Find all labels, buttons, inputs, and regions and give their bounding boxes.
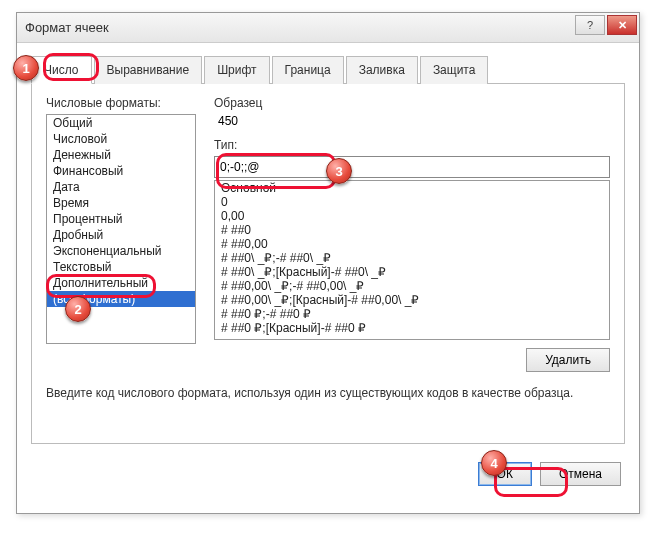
tabstrip: Число Выравнивание Шрифт Граница Заливка… (31, 55, 625, 84)
close-button[interactable]: ✕ (607, 15, 637, 35)
delete-button[interactable]: Удалить (526, 348, 610, 372)
dialog-content: Число Выравнивание Шрифт Граница Заливка… (17, 43, 639, 500)
window-title: Формат ячеек (25, 20, 109, 35)
sample-label: Образец (214, 96, 610, 110)
list-item[interactable]: Денежный (47, 147, 195, 163)
tab-body: Числовые форматы: Общий Числовой Денежны… (31, 84, 625, 444)
sample-group: Образец 450 (214, 96, 610, 128)
list-item[interactable]: Числовой (47, 131, 195, 147)
dialog-buttons: ОК Отмена (31, 462, 625, 486)
list-item[interactable]: Общий (47, 115, 195, 131)
type-option[interactable]: # ##0 (215, 223, 609, 237)
tab-alignment[interactable]: Выравнивание (94, 56, 203, 84)
list-item[interactable]: Время (47, 195, 195, 211)
type-option[interactable]: # ##0,00\ _₽;[Красный]-# ##0,00\ _₽ (215, 293, 609, 307)
categories-label: Числовые форматы: (46, 96, 196, 110)
type-label: Тип: (214, 138, 610, 152)
type-option[interactable]: 0,00 (215, 209, 609, 223)
list-item[interactable]: Дробный (47, 227, 195, 243)
type-option[interactable]: # ##0 ₽;[Красный]-# ##0 ₽ (215, 321, 609, 335)
marker-4: 4 (481, 450, 507, 476)
tab-font[interactable]: Шрифт (204, 56, 269, 84)
tab-border[interactable]: Граница (272, 56, 344, 84)
list-item[interactable]: Экспоненциальный (47, 243, 195, 259)
list-item[interactable]: Финансовый (47, 163, 195, 179)
sample-value: 450 (218, 114, 610, 128)
tab-protection[interactable]: Защита (420, 56, 489, 84)
type-input[interactable] (214, 156, 610, 178)
window-controls: ? ✕ (575, 15, 637, 35)
tab-number[interactable]: Число (31, 56, 92, 84)
marker-1: 1 (13, 55, 39, 81)
hint-text: Введите код числового формата, используя… (46, 386, 610, 400)
type-option[interactable]: # ##0\ _₽;-# ##0\ _₽ (215, 251, 609, 265)
list-item[interactable]: Дополнительный (47, 275, 195, 291)
list-item[interactable]: Процентный (47, 211, 195, 227)
type-option[interactable]: # ##0\ _₽;[Красный]-# ##0\ _₽ (215, 265, 609, 279)
type-option[interactable]: # ##0,00\ _₽;-# ##0,00\ _₽ (215, 279, 609, 293)
marker-3: 3 (326, 158, 352, 184)
type-options-list[interactable]: Основной 0 0,00 # ##0 # ##0,00 # ##0\ _₽… (214, 180, 610, 340)
titlebar: Формат ячеек ? ✕ (17, 13, 639, 43)
cancel-button[interactable]: Отмена (540, 462, 621, 486)
tab-fill[interactable]: Заливка (346, 56, 418, 84)
help-button[interactable]: ? (575, 15, 605, 35)
type-option[interactable]: # ##0 ₽;-# ##0 ₽ (215, 307, 609, 321)
type-option[interactable]: # ##0,00 (215, 237, 609, 251)
marker-2: 2 (65, 296, 91, 322)
format-cells-dialog: Формат ячеек ? ✕ Число Выравнивание Шриф… (16, 12, 640, 514)
list-item[interactable]: Дата (47, 179, 195, 195)
type-option[interactable]: Основной (215, 181, 609, 195)
type-option[interactable]: 0 (215, 195, 609, 209)
list-item[interactable]: Текстовый (47, 259, 195, 275)
